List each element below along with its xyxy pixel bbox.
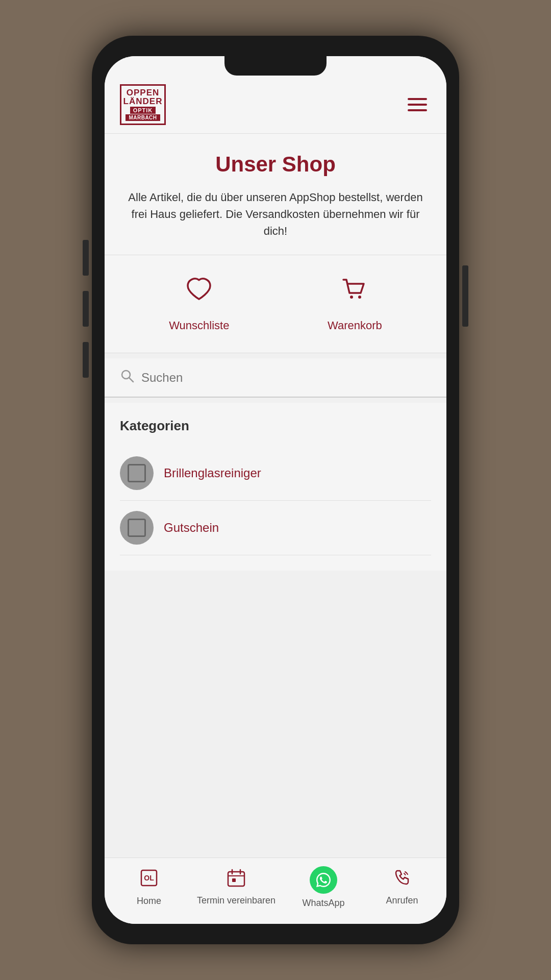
logo-line1: OPPEN: [127, 88, 160, 97]
svg-rect-6: [228, 872, 244, 886]
svg-line-3: [129, 378, 133, 382]
logo-optik: OPTIK: [130, 107, 156, 114]
home-icon: OL: [139, 868, 159, 892]
hamburger-line-2: [408, 104, 427, 106]
svg-point-1: [358, 296, 361, 299]
nav-whatsapp-label: WhatsApp: [302, 898, 344, 909]
shop-description: Alle Artikel, die du über unseren AppSho…: [120, 189, 431, 239]
svg-point-0: [350, 296, 353, 299]
nav-anrufen[interactable]: Anrufen: [371, 869, 433, 906]
nav-termin[interactable]: Termin vereinbaren: [197, 869, 276, 906]
category-item-gutschein[interactable]: Gutschein: [120, 501, 431, 555]
categories-title: Kategorien: [120, 418, 431, 434]
svg-rect-10: [232, 878, 236, 882]
logo-line2: LÄNDER: [123, 97, 163, 106]
wishlist-button[interactable]: Wunschliste: [169, 276, 229, 332]
notch: [224, 56, 327, 76]
search-icon: [120, 369, 134, 386]
cart-icon: [340, 276, 369, 311]
cart-button[interactable]: Warenkorb: [328, 276, 382, 332]
nav-whatsapp[interactable]: WhatsApp: [293, 866, 354, 909]
shop-title: Unser Shop: [120, 152, 431, 177]
phone-icon: [393, 869, 411, 891]
categories-section: Kategorien Brillenglasreiniger Gutschein: [105, 403, 446, 571]
whatsapp-icon: [310, 866, 337, 894]
hamburger-line-1: [408, 98, 427, 100]
svg-text:OL: OL: [144, 874, 154, 882]
wishlist-label: Wunschliste: [169, 319, 229, 332]
category-item-brillenglasreiniger[interactable]: Brillenglasreiniger: [120, 446, 431, 501]
nav-termin-label: Termin vereinbaren: [197, 895, 276, 906]
cart-label: Warenkorb: [328, 319, 382, 332]
menu-button[interactable]: [404, 94, 431, 115]
logo-marbach: MARBACH: [126, 114, 160, 121]
action-buttons-section: Wunschliste Warenkorb: [105, 255, 446, 353]
hamburger-line-3: [408, 109, 427, 111]
category-icon-1: [120, 456, 154, 490]
nav-anrufen-label: Anrufen: [386, 895, 418, 906]
nav-home[interactable]: OL Home: [118, 868, 180, 906]
bottom-nav: OL Home Termin vereinbaren: [105, 857, 446, 924]
logo: OPPEN LÄNDER OPTIK MARBACH: [120, 84, 166, 125]
search-section: [105, 358, 446, 398]
search-input[interactable]: [141, 371, 431, 385]
wishlist-icon: [185, 276, 213, 311]
category-name-2: Gutschein: [164, 521, 219, 535]
main-content: Unser Shop Alle Artikel, die du über uns…: [105, 134, 446, 857]
shop-title-section: Unser Shop Alle Artikel, die du über uns…: [105, 134, 446, 255]
category-name-1: Brillenglasreiniger: [164, 466, 261, 480]
nav-home-label: Home: [137, 896, 161, 906]
category-icon-2: [120, 511, 154, 545]
calendar-icon: [227, 869, 245, 891]
